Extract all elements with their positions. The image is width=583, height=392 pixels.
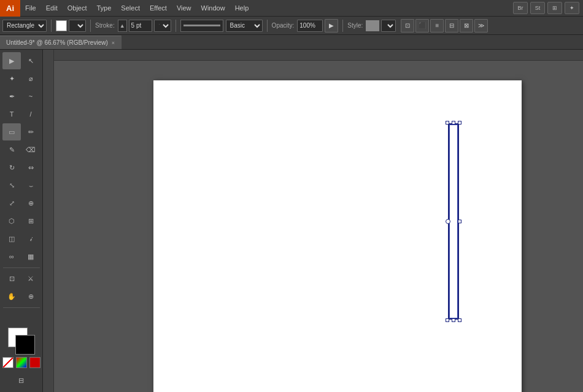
left-toolbar: ▶ ↖ ✦ ⌀ ✒ ~ T / ▭ ✏ ✎ ⌫ ↻ ⇔ ⤡ ⌣ <box>0 50 43 392</box>
tool-row-4: T / <box>2 106 40 123</box>
rotate-tool-btn[interactable]: ↻ <box>2 159 21 176</box>
shape-builder-tool-btn[interactable]: ⊕ <box>21 194 40 212</box>
menu-help[interactable]: Help <box>230 0 254 16</box>
tool-row-extra: ⊟ <box>12 372 31 389</box>
stroke-section: Stroke: ▲ ▼ <box>95 20 171 32</box>
menu-effect[interactable]: Effect <box>145 0 172 16</box>
tool-row-7: ↻ ⇔ <box>2 159 40 176</box>
tool-separator-1 <box>3 267 40 268</box>
style-select[interactable]: ▼ <box>381 20 396 32</box>
mesh-tool-btn[interactable]: ⊞ <box>21 212 40 229</box>
style-label: Style: <box>347 22 363 29</box>
tab-bar: Untitled-9* @ 66.67% (RGB/Preview) × <box>0 35 583 50</box>
align-center-icon[interactable]: ≡ <box>430 19 444 33</box>
document-tab[interactable]: Untitled-9* @ 66.67% (RGB/Preview) × <box>0 36 122 49</box>
stroke-line-preview <box>183 25 220 26</box>
menu-object[interactable]: Object <box>63 0 92 16</box>
workspace-icon[interactable]: ⊞ <box>547 2 562 14</box>
pencil-tool-btn[interactable]: ✎ <box>2 141 21 158</box>
handle-top-middle[interactable] <box>452 121 455 125</box>
warp-tool-btn[interactable]: ⌣ <box>21 177 40 194</box>
opacity-input[interactable] <box>297 20 323 32</box>
divider-2 <box>90 20 91 32</box>
more-icon[interactable]: ≫ <box>474 19 488 33</box>
handle-middle-left[interactable] <box>446 219 450 224</box>
align-right-icon[interactable]: ⊟ <box>445 19 458 33</box>
tool-row-2: ✦ ⌀ <box>2 70 40 87</box>
stroke-preview[interactable] <box>180 20 223 32</box>
fill-section: ▼ <box>56 20 86 32</box>
magic-wand-tool-btn[interactable]: ✦ <box>2 70 21 87</box>
gradient-tool-btn[interactable]: ◫ <box>2 230 21 247</box>
reflect-tool-btn[interactable]: ⇔ <box>21 159 40 176</box>
main-area: ▶ ↖ ✦ ⌀ ✒ ~ T / ▭ ✏ ✎ ⌫ ↻ ⇔ ⤡ ⌣ <box>0 50 583 392</box>
bridge-icon[interactable]: Br <box>513 2 528 14</box>
shape-type-select[interactable]: Rectangle <box>2 20 47 32</box>
curvature-tool-btn[interactable]: ~ <box>21 88 40 105</box>
tool-row-1: ▶ ↖ <box>2 52 40 69</box>
type-tool-btn[interactable]: T <box>2 106 21 123</box>
color-mode-row <box>2 357 41 368</box>
stroke-value-input[interactable] <box>129 20 152 32</box>
stroke-label: Stroke: <box>95 22 115 29</box>
scale-tool-btn[interactable]: ⤡ <box>2 177 21 194</box>
perspective-tool-btn[interactable]: ⬡ <box>2 212 21 229</box>
paintbrush-tool-btn[interactable]: ✏ <box>21 123 40 140</box>
chart-tool-btn[interactable]: ▦ <box>21 248 40 265</box>
handle-bottom-middle[interactable] <box>452 318 455 322</box>
zoom-tool-btn[interactable]: ⊕ <box>21 288 40 305</box>
fill-swatch[interactable] <box>56 20 67 31</box>
app-logo: Ai <box>0 0 20 17</box>
hand-tool-btn[interactable]: ✋ <box>2 288 21 305</box>
handle-top-right[interactable] <box>458 121 461 125</box>
blend-tool-btn[interactable]: ∞ <box>2 248 21 265</box>
align-section: ⊡ ⬛ ≡ ⊟ ⊠ ≫ <box>401 19 488 33</box>
color-swatch[interactable] <box>16 357 27 368</box>
eraser-tool-btn[interactable]: ⌫ <box>21 141 40 158</box>
shape-container[interactable] <box>448 123 459 320</box>
stroke-up-btn[interactable]: ▲ <box>120 23 125 29</box>
direct-select-tool-btn[interactable]: ↖ <box>21 52 40 69</box>
menu-select[interactable]: Select <box>116 0 145 16</box>
handle-middle-right[interactable] <box>458 220 461 223</box>
handle-top-left[interactable] <box>446 121 449 125</box>
stroke-style-select[interactable]: Basic <box>226 20 263 32</box>
color-section <box>0 324 43 372</box>
style-swatch[interactable] <box>366 20 379 31</box>
canvas-area[interactable] <box>43 50 583 392</box>
artboard-tool-btn[interactable]: ⊡ <box>2 270 21 287</box>
tab-close-btn[interactable]: × <box>112 40 115 46</box>
background-color-swatch[interactable] <box>15 335 35 355</box>
pen-tool-btn[interactable]: ✒ <box>2 88 21 105</box>
slice-tool-btn[interactable]: ⚔ <box>21 270 40 287</box>
style-section: Style: ▼ <box>347 20 396 32</box>
eyedropper-tool-btn[interactable]: 𝒾 <box>21 230 40 247</box>
menu-view[interactable]: View <box>172 0 196 16</box>
none-swatch[interactable] <box>2 357 14 368</box>
search-icon[interactable]: ✦ <box>565 2 579 14</box>
rectangle-tool-btn[interactable]: ▭ <box>2 123 21 140</box>
menu-file[interactable]: File <box>20 0 41 16</box>
arrange-icon[interactable]: ⊡ <box>401 19 414 33</box>
free-transform-tool-btn[interactable]: ⤢ <box>2 194 21 212</box>
menu-window[interactable]: Window <box>196 0 230 16</box>
menu-type[interactable]: Type <box>92 0 117 16</box>
handle-bottom-right[interactable] <box>458 318 461 322</box>
fill-select[interactable]: ▼ <box>69 20 86 32</box>
menu-items-group: File Edit Object Type Select Effect View… <box>20 0 253 16</box>
lasso-tool-btn[interactable]: ⌀ <box>21 70 40 87</box>
line-tool-btn[interactable]: / <box>21 106 40 123</box>
align-left-icon[interactable]: ⬛ <box>415 19 429 33</box>
distribute-icon[interactable]: ⊠ <box>460 19 473 33</box>
red-swatch[interactable] <box>29 357 41 368</box>
menu-edit[interactable]: Edit <box>41 0 63 16</box>
handle-bottom-left[interactable] <box>446 318 449 322</box>
tool-row-5: ▭ ✏ <box>2 123 40 140</box>
stock-icon[interactable]: St <box>530 2 545 14</box>
select-tool-btn[interactable]: ▶ <box>2 52 21 69</box>
opacity-expand-btn[interactable]: ▶ <box>325 19 338 33</box>
stroke-unit-select[interactable]: ▼ <box>154 20 171 32</box>
tool-row-9: ⤢ ⊕ <box>2 194 40 212</box>
divider-1 <box>51 20 52 32</box>
extra-tool-btn[interactable]: ⊟ <box>12 372 31 389</box>
